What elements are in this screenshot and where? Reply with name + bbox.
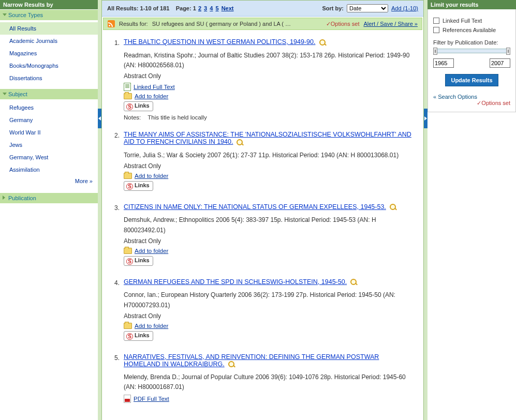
limit-results-sidebar: Limit your results Linked Full Text Refe… (427, 0, 516, 112)
pdf-icon (124, 395, 131, 403)
result-title-link[interactable]: NARRATIVES, FESTIVALS, AND REINVENTION: … (124, 353, 379, 368)
page-current: 1 (193, 5, 196, 11)
add-to-folder-link[interactable]: Add to folder (135, 93, 168, 99)
options-set-indicator-right: ✓Options set (477, 100, 510, 107)
result-item: 5. NARRATIVES, FESTIVALS, AND REINVENTIO… (109, 353, 416, 405)
alert-save-share-link[interactable]: Alert / Save / Share » (363, 21, 418, 27)
facet-source-types-list: All Results Academic Journals Magazines … (0, 20, 98, 88)
magnify-icon[interactable] (350, 278, 358, 286)
result-title-link[interactable]: THE BALTIC QUESTION IN WEST GERMAN POLIT… (124, 38, 315, 46)
date-slider-handle-to[interactable] (506, 48, 510, 55)
result-meta: Readman, Kristina Spohr.; Journal of Bal… (124, 51, 416, 70)
facet-item-jews[interactable]: Jews (0, 139, 98, 151)
document-icon (124, 83, 131, 91)
facet-subject-more-link[interactable]: More » (75, 178, 93, 184)
result-title-link[interactable]: THE MANY AIMS OF ASSISTANCE: THE 'NATION… (124, 131, 411, 145)
options-set-indicator: ✓Options set (326, 21, 360, 27)
page-5-link[interactable]: 5 (215, 5, 218, 11)
linked-full-text-checkbox[interactable] (433, 18, 439, 24)
result-meta: Connor, Ian.; European History Quarterly… (124, 290, 416, 310)
facet-item-dissertations[interactable]: Dissertations (0, 72, 98, 84)
folder-icon (124, 93, 132, 99)
facet-source-types-header[interactable]: Source Types (0, 9, 98, 20)
links-button[interactable]: SLinks (124, 331, 153, 341)
year-from-input[interactable] (433, 58, 454, 68)
result-item: 3. CITIZENS IN NAME ONLY: THE NATIONAL S… (109, 203, 416, 268)
facet-item-germany[interactable]: Germany (0, 114, 98, 126)
year-to-input[interactable] (490, 58, 510, 68)
add-range-link[interactable]: Add (1-10) (391, 5, 418, 11)
facet-subject-header[interactable]: Subject (0, 88, 98, 99)
folder-icon (124, 323, 132, 329)
results-header-bar: All Results: 1-10 of 181 Page: 1 2 3 4 5… (102, 1, 423, 17)
links-button[interactable]: SLinks (124, 101, 153, 111)
result-number: 5. (109, 353, 124, 405)
narrow-results-sidebar: Narrow Results by Source Types All Resul… (0, 0, 98, 203)
facet-item-all-results[interactable]: All Results (0, 22, 98, 35)
facet-item-assimilation[interactable]: Assimilation (0, 163, 98, 176)
date-slider-handle-from[interactable] (433, 48, 437, 55)
result-item: 2. THE MANY AIMS OF ASSISTANCE: THE 'NAT… (109, 131, 416, 193)
folder-icon (124, 248, 132, 254)
results-column: All Results: 1-10 of 181 Page: 1 2 3 4 5… (98, 0, 427, 420)
links-button[interactable]: SLinks (124, 256, 153, 266)
results-list: 1. THE BALTIC QUESTION IN WEST GERMAN PO… (102, 31, 423, 420)
result-number: 3. (109, 203, 124, 268)
result-meta: Demshuk, Andrew.; Ethnopolitics 2006 5(4… (124, 215, 416, 235)
result-meta: Melendy, Brenda D.; Journal of Popular C… (124, 372, 416, 392)
page-4-link[interactable]: 4 (210, 5, 213, 11)
magnify-icon[interactable] (236, 139, 244, 146)
facet-item-wwii[interactable]: World War II (0, 126, 98, 139)
search-options-link[interactable]: « Search Options (433, 94, 477, 100)
narrow-results-header: Narrow Results by (0, 0, 98, 9)
collapse-left-handle[interactable] (98, 109, 101, 128)
facet-item-academic-journals[interactable]: Academic Journals (0, 35, 98, 47)
collapse-right-handle[interactable] (424, 109, 427, 128)
results-for-label: Results for: (119, 21, 148, 27)
rss-icon[interactable] (108, 20, 115, 27)
sort-by-label: Sort by: (322, 5, 344, 11)
result-abstract: Abstract Only (124, 72, 416, 80)
facet-item-books-monographs[interactable]: Books/Monographs (0, 59, 98, 72)
result-item: 1. THE BALTIC QUESTION IN WEST GERMAN PO… (109, 38, 416, 121)
add-to-folder-link[interactable]: Add to folder (135, 173, 168, 179)
magnify-icon[interactable] (319, 39, 327, 47)
facet-item-magazines[interactable]: Magazines (0, 47, 98, 59)
result-item: 4. GERMAN REFUGEES AND THE SPD IN SCHLES… (109, 278, 416, 343)
update-results-button[interactable]: Update Results (445, 74, 498, 86)
page-label: Page: (176, 5, 191, 11)
result-abstract: Abstract Only (124, 162, 416, 170)
filter-date-label: Filter by Publication Date: (433, 39, 510, 46)
add-to-folder-link[interactable]: Add to folder (135, 248, 168, 254)
result-title-link[interactable]: GERMAN REFUGEES AND THE SPD IN SCHLESWIG… (124, 278, 347, 286)
date-slider[interactable] (433, 49, 510, 53)
query-text: SU refugees and SU ( germany or Poland )… (152, 21, 322, 27)
result-number: 4. (109, 278, 124, 343)
pagination: 1 2 3 4 5 Next (193, 5, 234, 11)
page-3-link[interactable]: 3 (204, 5, 207, 11)
query-bar: Results for: SU refugees and SU ( german… (103, 18, 422, 30)
magnify-icon[interactable] (389, 203, 397, 211)
result-number: 1. (109, 38, 124, 121)
magnify-icon[interactable] (228, 361, 235, 368)
pdf-full-text-link[interactable]: PDF Full Text (134, 396, 169, 402)
result-title-link[interactable]: CITIZENS IN NAME ONLY: THE NATIONAL STAT… (124, 203, 386, 211)
facet-item-germany-west[interactable]: Germany, West (0, 151, 98, 163)
page-next-link[interactable]: Next (222, 5, 234, 11)
facet-item-refugees[interactable]: Refugees (0, 101, 98, 114)
result-abstract: Abstract Only (124, 312, 416, 320)
result-number: 2. (109, 131, 124, 193)
references-available-label: References Available (443, 27, 496, 33)
notes-label: Notes: (124, 114, 141, 121)
sort-by-select[interactable]: Date (347, 4, 388, 12)
folder-icon (124, 173, 132, 179)
links-button[interactable]: SLinks (124, 181, 153, 191)
facet-publication-header[interactable]: Publication (0, 192, 98, 203)
page-2-link[interactable]: 2 (198, 5, 201, 11)
notes-text: This title is held locally (148, 114, 207, 121)
references-available-checkbox[interactable] (433, 27, 439, 33)
linked-full-text-label: Linked Full Text (443, 18, 482, 24)
add-to-folder-link[interactable]: Add to folder (135, 323, 168, 329)
result-abstract: Abstract Only (124, 237, 416, 245)
linked-full-text-link[interactable]: Linked Full Text (134, 84, 175, 90)
